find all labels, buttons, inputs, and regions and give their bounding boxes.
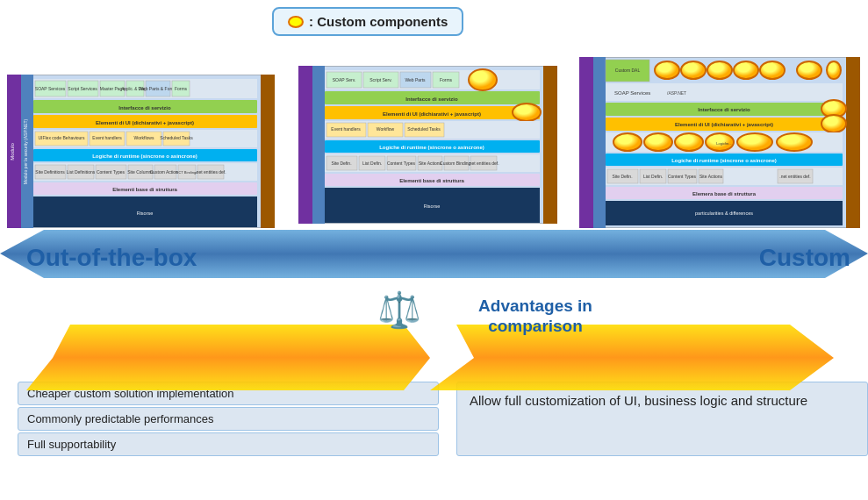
svg-text:Web Parts: Web Parts — [405, 77, 426, 82]
svg-point-105 — [681, 61, 706, 79]
callout-bubble: : Custom components — [272, 7, 463, 36]
diagram-mid: SOAP Serv. Script Serv. Web Parts Forms … — [298, 66, 557, 224]
diagram-right-svg: Custom DAL SOAP Services /ASP.NET Interf… — [579, 57, 860, 228]
svg-text:Elementi base di struttura: Elementi base di struttura — [399, 178, 464, 183]
svg-text:Logiche di runtime (sincrone o: Logiche di runtime (sincrone o asincrone… — [379, 145, 484, 150]
svg-text:Logiche...: Logiche... — [716, 141, 731, 146]
svg-text:Interfacce di servizio: Interfacce di servizio — [118, 105, 171, 111]
svg-text:Risorse: Risorse — [137, 211, 154, 216]
svg-text:Elementi di UI (dichiarativi +: Elementi di UI (dichiarativi + javascrip… — [96, 120, 194, 125]
svg-text:Interfacce di servizio: Interfacce di servizio — [698, 107, 750, 112]
svg-text:SOAP Services: SOAP Services — [35, 86, 66, 91]
diagram-right: Custom DAL SOAP Services /ASP.NET Interf… — [579, 57, 860, 228]
svg-rect-101 — [846, 57, 860, 228]
svg-point-104 — [655, 61, 679, 79]
svg-text:Scheduled Tasks: Scheduled Tasks — [407, 126, 441, 132]
svg-text:Script Services: Script Services — [68, 86, 97, 91]
svg-text:particularities & differences: particularities & differences — [695, 211, 753, 216]
svg-text:Content Types: Content Types — [387, 161, 416, 166]
diagram-mid-svg: SOAP Serv. Script Serv. Web Parts Forms … — [298, 66, 557, 224]
svg-text:Custom DAL: Custom DAL — [615, 68, 641, 73]
svg-point-121 — [613, 133, 642, 151]
svg-text:List Defin.: List Defin. — [362, 161, 382, 166]
svg-text:Site Definitions: Site Definitions — [35, 169, 65, 175]
svg-text:List Defin.: List Defin. — [643, 174, 663, 179]
diagram-left-svg: Modulo Modulo per la security (ASP.NET) … — [7, 75, 275, 228]
diagrams-area: Modulo Modulo per la security (ASP.NET) … — [0, 53, 868, 246]
svg-point-125 — [737, 133, 772, 151]
svg-text:.net entities def.: .net entities def. — [779, 174, 810, 179]
svg-text:Site Actions: Site Actions — [419, 161, 442, 166]
svg-text:Content Types: Content Types — [668, 174, 697, 179]
svg-point-119 — [821, 115, 846, 132]
page: : Custom components Modulo Modulo per la… — [0, 0, 868, 500]
list-item-3: Full supportability — [18, 432, 439, 456]
svg-rect-100 — [593, 57, 606, 228]
svg-text:Event handlers: Event handlers — [331, 126, 361, 132]
svg-rect-56 — [543, 66, 557, 224]
svg-text:Web Parts & Forms: Web Parts & Forms — [139, 86, 177, 91]
svg-text:SOAP Services: SOAP Services — [614, 90, 650, 96]
scale-icon: ⚖️ — [377, 289, 421, 331]
svg-text:Logiche di runtime (sincrone o: Logiche di runtime (sincrone o asincrone… — [671, 158, 777, 163]
label-custom: Custom — [759, 244, 850, 272]
svg-point-108 — [760, 61, 785, 79]
svg-text:List Definitions: List Definitions — [67, 169, 96, 175]
svg-rect-99 — [579, 57, 593, 228]
advantages-line1: Advantages in — [448, 296, 623, 317]
svg-point-71 — [513, 104, 541, 121]
svg-text:Site Actions: Site Actions — [699, 174, 723, 179]
svg-rect-54 — [298, 66, 312, 224]
diagram-left: Modulo Modulo per la security (ASP.NET) … — [7, 75, 275, 228]
svg-point-126 — [777, 133, 812, 151]
svg-text:Elementi di UI (dichiarativi +: Elementi di UI (dichiarativi + javascrip… — [383, 111, 481, 117]
svg-text:Interfacce di servizio: Interfacce di servizio — [405, 96, 458, 102]
callout-text: : Custom components — [309, 14, 448, 29]
svg-text:Scheduled Tasks: Scheduled Tasks — [160, 135, 193, 140]
svg-text:Workflows: Workflows — [134, 135, 154, 140]
svg-point-109 — [797, 61, 821, 79]
custom-circle-icon — [288, 16, 304, 28]
svg-text:Forms: Forms — [175, 86, 188, 91]
svg-rect-55 — [312, 66, 325, 224]
svg-text:Elementi di UI (dichiarativi +: Elementi di UI (dichiarativi + javascrip… — [675, 122, 773, 127]
svg-text:Modulo: Modulo — [10, 143, 15, 161]
svg-marker-146 — [26, 325, 430, 390]
svg-text:Workflow: Workflow — [377, 126, 395, 132]
svg-text:Logiche di runtime (sincrone o: Logiche di runtime (sincrone o asincrone… — [92, 154, 197, 159]
svg-text:Risorse: Risorse — [424, 204, 441, 209]
advantages-line2: comparison — [448, 317, 623, 337]
svg-text:/ASP.NET: /ASP.NET — [667, 90, 686, 96]
svg-text:Elemera base di struttura: Elemera base di struttura — [692, 191, 757, 196]
svg-text:.net entities def.: .net entities def. — [195, 169, 226, 175]
svg-text:Forms: Forms — [440, 77, 453, 82]
svg-text:Content Types: Content Types — [97, 169, 126, 175]
svg-text:.net entities def.: .net entities def. — [468, 161, 499, 166]
svg-text:SOAP Serv.: SOAP Serv. — [333, 77, 356, 82]
svg-text:Event handlers: Event handlers — [92, 135, 122, 140]
advantages-title: Advantages in comparison — [448, 296, 623, 337]
svg-point-123 — [675, 133, 703, 151]
svg-text:Site Defin.: Site Defin. — [331, 161, 351, 166]
svg-point-110 — [827, 61, 841, 79]
svg-rect-3 — [261, 75, 275, 228]
label-out-of-the-box: Out-of-the-box — [26, 244, 197, 272]
svg-text:Site Defin.: Site Defin. — [612, 174, 632, 179]
svg-text:UIFlex code Behaviours: UIFlex code Behaviours — [38, 135, 85, 140]
svg-point-66 — [469, 69, 497, 90]
svg-point-106 — [707, 61, 732, 79]
svg-text:Modulo per la security (ASP.NE: Modulo per la security (ASP.NET) — [23, 118, 28, 184]
svg-point-107 — [734, 61, 758, 79]
svg-point-122 — [644, 133, 672, 151]
orange-arrows-svg — [26, 325, 834, 390]
svg-text:Script Serv.: Script Serv. — [369, 77, 391, 82]
svg-text:Elementi base di struttura: Elementi base di struttura — [112, 187, 177, 192]
